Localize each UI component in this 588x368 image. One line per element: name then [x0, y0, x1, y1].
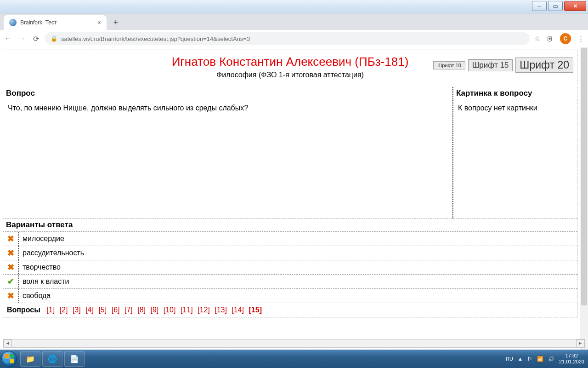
tab-title: Brainfork. Тест — [20, 19, 57, 26]
lock-icon: 🔒 — [51, 35, 57, 42]
font-size-20-button[interactable]: Шрифт 20 — [515, 58, 573, 73]
answer-text: воля к власти — [19, 275, 577, 288]
cross-icon: ✖ — [3, 246, 19, 260]
taskbar: 📁 🌐 📄 RU ▲ 🏳 📶 🔊 17:32 21.01.2020 — [0, 350, 588, 368]
browser-toolbar: ← → ⟳ 🔒 satelles.vivt.ru/Brainfork/test/… — [0, 30, 588, 48]
tray-icon[interactable]: ▲ — [518, 356, 523, 362]
answer-text: рассудительность — [19, 246, 577, 260]
star-icon[interactable]: ☆ — [534, 34, 540, 43]
question-link-10[interactable]: 10 — [164, 306, 176, 314]
question-link-15[interactable]: 15 — [249, 306, 262, 314]
start-button[interactable] — [0, 350, 18, 368]
url-text: satelles.vivt.ru/Brainfork/test/executet… — [61, 35, 250, 42]
language-indicator[interactable]: RU — [506, 356, 513, 362]
question-link-9[interactable]: 9 — [150, 306, 158, 314]
scroll-right-button[interactable]: ► — [576, 339, 585, 347]
windows-logo-icon — [1, 351, 17, 367]
question-link-8[interactable]: 8 — [137, 306, 146, 314]
page-content: Игнатов Константин Алексеевич (ПБз-181) … — [0, 47, 588, 350]
question-nav-label: Вопросы — [7, 306, 40, 314]
cross-icon: ✖ — [3, 289, 19, 303]
back-button[interactable]: ← — [4, 34, 13, 43]
question-link-6[interactable]: 6 — [112, 306, 120, 314]
clock-time: 17:32 — [559, 353, 584, 359]
vertical-scrollbar[interactable] — [580, 47, 588, 350]
browser-tab[interactable]: Brainfork. Тест × — [4, 15, 107, 30]
cross-icon: ✖ — [3, 232, 19, 246]
reload-button[interactable]: ⟳ — [31, 34, 40, 43]
picture-heading: Картинка к вопросу — [453, 87, 577, 100]
question-link-2[interactable]: 2 — [60, 306, 68, 314]
cross-icon: ✖ — [3, 260, 19, 274]
answers-list: ✖милосердие✖рассудительность✖творчество✔… — [3, 232, 577, 303]
window-maximize-button[interactable]: ▭ — [548, 1, 563, 11]
answer-row[interactable]: ✖милосердие — [3, 232, 577, 246]
question-heading: Вопрос — [3, 87, 452, 100]
clock-date: 21.01.2020 — [559, 359, 584, 365]
answer-text: милосердие — [19, 232, 577, 246]
address-bar[interactable]: 🔒 satelles.vivt.ru/Brainfork/test/execut… — [45, 32, 530, 45]
kebab-menu-icon[interactable]: ⋮ — [577, 34, 584, 43]
font-size-15-button[interactable]: Шрифт 15 — [468, 59, 513, 71]
question-link-11[interactable]: 11 — [181, 306, 193, 314]
window-titlebar: ─ ▭ ✕ — [0, 0, 588, 13]
window-close-button[interactable]: ✕ — [564, 1, 586, 11]
taskbar-explorer-button[interactable]: 📁 — [20, 351, 40, 367]
picture-body: К вопросу нет картинки — [453, 100, 577, 218]
font-size-10-button[interactable]: Шрифт 10 — [433, 61, 465, 69]
question-link-13[interactable]: 13 — [215, 306, 227, 314]
answer-row[interactable]: ✖рассудительность — [3, 246, 577, 260]
answer-row[interactable]: ✔воля к власти — [3, 275, 577, 289]
volume-icon[interactable]: 🔊 — [548, 356, 554, 362]
question-link-14[interactable]: 14 — [232, 306, 244, 314]
shield-icon[interactable]: ⛨ — [547, 35, 554, 43]
taskbar-clock[interactable]: 17:32 21.01.2020 — [559, 353, 584, 365]
horizontal-scrollbar[interactable]: ◄ ► — [3, 339, 585, 348]
taskbar-chrome-button[interactable]: 🌐 — [42, 351, 62, 367]
question-link-12[interactable]: 12 — [198, 306, 210, 314]
question-link-7[interactable]: 7 — [124, 306, 133, 314]
answer-text: свобода — [19, 289, 577, 303]
forward-button[interactable]: → — [17, 34, 27, 43]
system-tray: RU ▲ 🏳 📶 🔊 17:32 21.01.2020 — [506, 353, 588, 365]
question-nav: Вопросы 1 2 3 4 5 6 7 8 9 10 11 12 13 14… — [3, 303, 577, 317]
test-header: Игнатов Константин Алексеевич (ПБз-181) … — [3, 50, 577, 84]
question-link-1[interactable]: 1 — [46, 306, 55, 314]
action-center-icon[interactable]: 🏳 — [527, 356, 532, 362]
question-link-3[interactable]: 3 — [73, 306, 81, 314]
globe-icon — [9, 19, 17, 26]
question-text: Что, по мнению Ницше, должно выделять си… — [3, 100, 452, 218]
answer-row[interactable]: ✖свобода — [3, 289, 577, 303]
window-minimize-button[interactable]: ─ — [532, 1, 547, 11]
taskbar-word-button[interactable]: 📄 — [64, 351, 85, 367]
tab-close-button[interactable]: × — [97, 19, 101, 26]
answer-row[interactable]: ✖творчество — [3, 260, 577, 275]
network-icon[interactable]: 📶 — [537, 356, 543, 362]
answer-text: творчество — [19, 260, 577, 274]
question-link-5[interactable]: 5 — [98, 306, 107, 314]
profile-avatar[interactable]: C — [560, 33, 571, 44]
check-icon: ✔ — [3, 275, 19, 288]
new-tab-button[interactable]: + — [109, 16, 122, 29]
question-link-4[interactable]: 4 — [85, 306, 94, 314]
answers-heading: Варианты ответа — [3, 218, 577, 232]
scroll-left-button[interactable]: ◄ — [3, 339, 12, 347]
browser-tabstrip: Brainfork. Тест × + — [0, 13, 588, 30]
